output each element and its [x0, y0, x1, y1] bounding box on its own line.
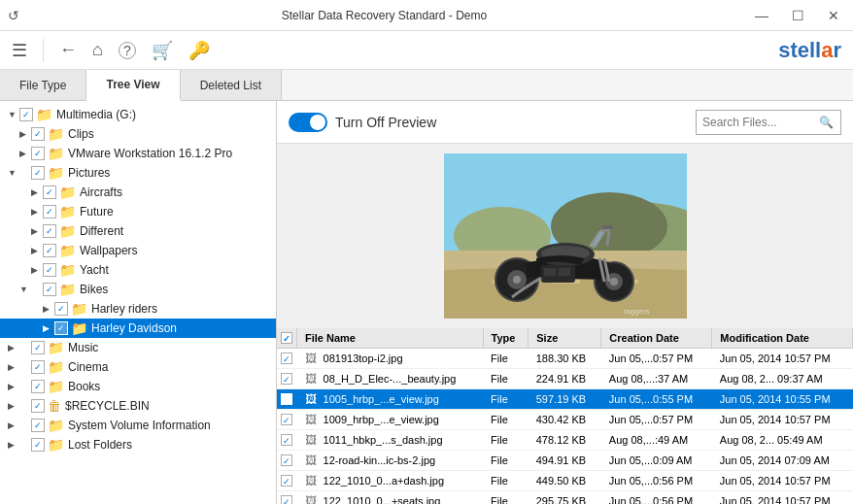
tree-checkbox[interactable]: ✓ [31, 380, 45, 393]
tree-checkbox[interactable]: ✓ [31, 166, 45, 180]
header-checkbox[interactable] [281, 332, 292, 344]
maximize-button[interactable]: ☐ [786, 6, 810, 25]
table-row[interactable]: 🖼 081913top-i2.jpg File 188.30 KB Jun 05… [277, 349, 853, 369]
folder-icon: 📁 [48, 437, 64, 453]
search-input[interactable] [702, 116, 819, 129]
row-checkbox[interactable] [281, 495, 292, 504]
row-size: 494.91 KB [529, 451, 601, 471]
back-icon[interactable]: ↺ [8, 8, 19, 23]
row-creation: Jun 05,...0:57 PM [601, 349, 712, 369]
table-row[interactable]: 🖼 1009_hrbp_...e_view.jpg File 430.42 KB… [277, 410, 853, 430]
tree-checkbox[interactable]: ✓ [31, 438, 45, 452]
col-header-size[interactable]: Size [529, 328, 601, 349]
tree-checkbox[interactable]: ✓ [31, 147, 45, 160]
row-modification: Jun 05, 2014 07:09 AM [712, 451, 853, 471]
tree-item-bikes[interactable]: ▼ ✓ 📁 Bikes [0, 280, 276, 299]
cart-button[interactable]: 🛒 [152, 40, 173, 61]
tree-checkbox[interactable]: ✓ [54, 321, 68, 335]
tree-item-books[interactable]: ▶ ✓ 📁 Books [0, 377, 276, 396]
table-header-row: File Name Type Size Creation Date Modifi… [277, 328, 853, 349]
folder-icon: 📁 [59, 282, 76, 297]
row-checkbox-cell [277, 471, 297, 491]
tree-item-vmware[interactable]: ▶ ✓ 📁 VMware Workstation 16.1.2 Pro [0, 144, 276, 163]
tree-item-lost-folders[interactable]: ▶ ✓ 📁 Lost Folders [0, 435, 276, 454]
col-header-filename[interactable]: File Name [297, 328, 484, 349]
tab-file-type[interactable]: File Type [0, 70, 86, 100]
tree-checkbox[interactable]: ✓ [31, 399, 45, 413]
tree-item-different[interactable]: ▶ ✓ 📁 Different [0, 221, 276, 241]
table-row[interactable]: 🖼 122_1010_0...+seats.jpg File 295.75 KB… [277, 491, 853, 505]
tree-checkbox[interactable]: ✓ [43, 185, 56, 199]
tree-checkbox[interactable]: ✓ [31, 127, 45, 141]
main-toolbar: ☰ ← ⌂ ? 🛒 🔑 stellar [0, 31, 853, 70]
row-type: File [483, 389, 529, 410]
row-filename: 🖼 081913top-i2.jpg [297, 349, 484, 369]
tree-item-clips[interactable]: ▶ ✓ 📁 Clips [0, 124, 276, 144]
tree-checkbox[interactable]: ✓ [54, 302, 68, 316]
toggle-knob [310, 115, 325, 130]
tab-tree-view[interactable]: Tree View [86, 70, 180, 101]
minimize-button[interactable]: — [749, 6, 774, 25]
tree-checkbox[interactable]: ✓ [19, 108, 33, 121]
tree-item-multimedia[interactable]: ▼ ✓ 📁 Multimedia (G:) [0, 105, 276, 124]
row-creation: Jun 05,...0:55 PM [601, 389, 712, 410]
table-row[interactable]: 🖼 1011_hbkp_...s_dash.jpg File 478.12 KB… [277, 430, 853, 451]
home-button[interactable]: ⌂ [92, 40, 103, 60]
tree-item-cinema[interactable]: ▶ ✓ 📁 Cinema [0, 357, 276, 377]
tree-checkbox[interactable]: ✓ [31, 360, 45, 374]
tree-item-recycle[interactable]: ▶ ✓ 🗑 $RECYCLE.BIN [0, 396, 276, 416]
file-table: File Name Type Size Creation Date Modifi… [277, 328, 853, 504]
row-modification: Jun 05, 2014 10:57 PM [712, 471, 853, 491]
expand-arrow: ▼ [19, 285, 43, 294]
motorcycle-preview-svg: taggers [444, 153, 687, 319]
row-checkbox[interactable] [281, 434, 292, 446]
row-checkbox[interactable] [281, 353, 292, 364]
folder-icon: 📁 [59, 223, 76, 239]
tree-item-music[interactable]: ▶ ✓ 📁 Music [0, 338, 276, 357]
tree-item-harley-davidson[interactable]: ▶ ✓ 📁 Harley Davidson [0, 319, 276, 338]
table-row[interactable]: 🖼 1005_hrbp_...e_view.jpg File 597.19 KB… [277, 389, 853, 410]
tree-checkbox[interactable]: ✓ [31, 341, 45, 354]
table-row[interactable]: 🖼 12-road-kin...ic-bs-2.jpg File 494.91 … [277, 451, 853, 471]
tree-checkbox[interactable]: ✓ [43, 224, 56, 238]
col-header-creation[interactable]: Creation Date [601, 328, 712, 349]
tree-item-future[interactable]: ▶ ✓ 📁 Future [0, 202, 276, 221]
preview-toggle[interactable] [289, 113, 327, 132]
toolbar-separator-1 [43, 39, 44, 62]
row-checkbox[interactable] [281, 393, 292, 405]
key-button[interactable]: 🔑 [188, 40, 210, 61]
row-checkbox[interactable] [281, 373, 292, 385]
tree-checkbox[interactable]: ✓ [31, 419, 45, 432]
table-row[interactable]: 🖼 08_H_D_Elec-..._beauty.jpg File 224.91… [277, 369, 853, 389]
help-button[interactable]: ? [119, 42, 136, 59]
tree-checkbox[interactable]: ✓ [43, 263, 56, 277]
tree-item-aircrafts[interactable]: ▶ ✓ 📁 Aircrafts [0, 183, 276, 202]
row-type: File [483, 410, 529, 430]
table-row[interactable]: 🖼 122_1010_0...a+dash.jpg File 449.50 KB… [277, 471, 853, 491]
tree-item-pictures[interactable]: ▼ ✓ 📁 Pictures [0, 163, 276, 183]
row-filename: 🖼 122_1010_0...+seats.jpg [297, 491, 484, 505]
tree-item-yacht[interactable]: ▶ ✓ 📁 Yacht [0, 260, 276, 280]
close-button[interactable]: ✕ [822, 6, 845, 25]
tree-item-sysvolinfo[interactable]: ▶ ✓ 📁 System Volume Information [0, 416, 276, 435]
search-box[interactable]: 🔍 [696, 110, 841, 135]
title-bar: ↺ Stellar Data Recovery Standard - Demo … [0, 0, 853, 31]
row-modification: Jun 05, 2014 10:55 PM [712, 389, 853, 410]
tab-deleted-list[interactable]: Deleted List [181, 70, 282, 100]
expand-arrow: ▶ [8, 420, 31, 430]
row-checkbox[interactable] [281, 475, 292, 487]
expand-arrow: ▶ [31, 187, 43, 197]
row-checkbox[interactable] [281, 454, 292, 466]
menu-icon[interactable]: ☰ [12, 40, 27, 61]
tree-checkbox[interactable]: ✓ [43, 205, 56, 218]
col-header-modification[interactable]: Modification Date [712, 328, 853, 349]
row-checkbox[interactable] [281, 414, 292, 425]
row-size: 597.19 KB [529, 389, 601, 410]
folder-icon: 📁 [48, 165, 64, 181]
tree-checkbox[interactable]: ✓ [43, 244, 56, 257]
back-button[interactable]: ← [59, 40, 77, 60]
tree-item-harley-riders[interactable]: ▶ ✓ 📁 Harley riders [0, 299, 276, 319]
col-header-type[interactable]: Type [483, 328, 529, 349]
tree-item-wallpapers[interactable]: ▶ ✓ 📁 Wallpapers [0, 241, 276, 260]
tree-checkbox[interactable]: ✓ [43, 283, 56, 296]
